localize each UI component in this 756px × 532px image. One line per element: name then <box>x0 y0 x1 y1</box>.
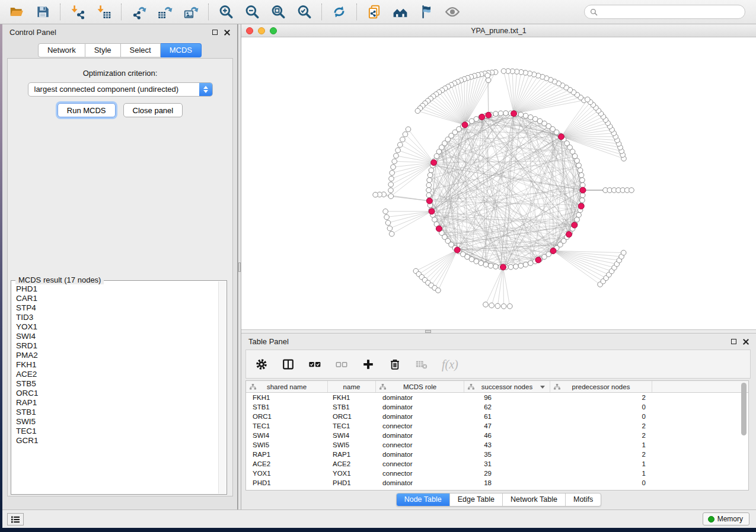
network-node[interactable] <box>486 78 491 83</box>
network-hub-node[interactable] <box>479 114 485 120</box>
result-list-item[interactable]: PHD1 <box>12 284 218 294</box>
result-list-item[interactable]: RAP1 <box>12 398 218 408</box>
import-network-button[interactable] <box>67 3 88 21</box>
network-hub-node[interactable] <box>436 226 442 232</box>
tab-node-table[interactable]: Node Table <box>397 493 449 506</box>
search-input[interactable] <box>601 8 739 16</box>
network-node[interactable] <box>580 198 585 203</box>
network-node[interactable] <box>400 137 406 142</box>
network-node[interactable] <box>483 262 489 267</box>
network-node[interactable] <box>389 232 394 237</box>
network-node[interactable] <box>474 117 479 122</box>
result-list-item[interactable]: STB1 <box>12 408 218 417</box>
network-node[interactable] <box>493 111 499 117</box>
gear-icon[interactable] <box>255 358 268 371</box>
network-node[interactable] <box>576 213 582 218</box>
result-list-item[interactable]: PMA2 <box>12 351 218 360</box>
network-node[interactable] <box>621 250 626 255</box>
network-node[interactable] <box>528 115 534 120</box>
column-header-shared-name[interactable]: shared name <box>246 381 328 392</box>
network-node[interactable] <box>391 165 396 170</box>
column-header-successor-nodes[interactable]: successor nodes <box>464 381 550 392</box>
tab-motifs[interactable]: Motifs <box>565 493 601 506</box>
network-hub-node[interactable] <box>535 257 541 263</box>
float-panel-icon[interactable] <box>212 30 218 35</box>
network-hub-node[interactable] <box>511 111 517 117</box>
network-node[interactable] <box>537 118 543 124</box>
result-list-item[interactable]: CAR1 <box>12 294 218 303</box>
export-table-button[interactable] <box>154 3 176 21</box>
network-node[interactable] <box>395 148 401 153</box>
show-eye-button[interactable] <box>442 3 463 21</box>
network-node[interactable] <box>523 262 528 267</box>
network-node[interactable] <box>426 182 432 188</box>
column-header-predecessor-nodes[interactable]: predecessor nodes <box>550 381 652 392</box>
deselect-all-icon[interactable] <box>335 358 348 371</box>
export-network-button[interactable] <box>128 3 149 21</box>
network-node[interactable] <box>403 132 408 137</box>
network-hub-node[interactable] <box>566 232 572 238</box>
zoom-in-button[interactable] <box>215 3 237 21</box>
network-node[interactable] <box>392 159 397 164</box>
network-node[interactable] <box>388 194 394 199</box>
network-hub-node[interactable] <box>431 159 437 165</box>
refresh-button[interactable] <box>328 3 350 21</box>
network-node[interactable] <box>501 69 506 74</box>
network-node[interactable] <box>576 163 582 168</box>
network-node[interactable] <box>528 261 534 266</box>
network-node[interactable] <box>373 192 378 197</box>
network-node[interactable] <box>406 127 411 132</box>
horizontal-splitter[interactable] <box>241 329 756 334</box>
split-columns-icon[interactable] <box>282 358 295 371</box>
network-node[interactable] <box>508 304 513 309</box>
network-node[interactable] <box>436 288 441 293</box>
network-canvas[interactable] <box>241 37 756 329</box>
network-node[interactable] <box>388 182 394 187</box>
network-node[interactable] <box>580 178 585 183</box>
network-node[interactable] <box>493 264 499 270</box>
table-row[interactable]: YOX1YOX1connector291 <box>246 469 748 478</box>
network-node[interactable] <box>503 111 509 116</box>
network-node[interactable] <box>398 142 403 148</box>
zoom-out-button[interactable] <box>241 3 263 21</box>
close-panel-button[interactable]: Close panel <box>123 103 183 117</box>
network-node[interactable] <box>474 259 479 264</box>
network-node[interactable] <box>513 264 519 270</box>
open-file-button[interactable] <box>6 3 27 21</box>
optimization-criterion-select[interactable]: largest connected component (undirected) <box>28 82 213 97</box>
hide-flag-button[interactable] <box>416 3 437 21</box>
save-button[interactable] <box>32 3 53 21</box>
sort-chevron-icon[interactable] <box>540 386 545 389</box>
network-hub-node[interactable] <box>572 222 578 228</box>
tab-select[interactable]: Select <box>121 43 161 57</box>
zoom-selected-button[interactable] <box>294 3 315 21</box>
tab-edge-table[interactable]: Edge Table <box>449 493 502 506</box>
network-node[interactable] <box>428 172 433 178</box>
network-hub-node[interactable] <box>426 198 432 204</box>
export-image-button[interactable] <box>180 3 202 21</box>
close-panel-icon[interactable] <box>743 339 749 345</box>
network-node[interactable] <box>429 168 434 173</box>
result-list-item[interactable]: YOX1 <box>12 322 218 332</box>
network-node[interactable] <box>518 112 524 117</box>
table-row[interactable]: RAP1RAP1dominator352 <box>246 450 748 459</box>
tab-mcds[interactable]: MCDS <box>161 43 202 57</box>
tab-network[interactable]: Network <box>38 43 85 57</box>
network-node[interactable] <box>426 193 432 198</box>
network-hub-node[interactable] <box>550 248 556 254</box>
network-node[interactable] <box>394 153 399 159</box>
network-node[interactable] <box>485 73 490 78</box>
result-list-item[interactable]: STB5 <box>12 379 218 389</box>
result-list-item[interactable]: TEC1 <box>12 427 218 436</box>
network-node[interactable] <box>629 188 634 193</box>
network-hub-node[interactable] <box>500 264 506 270</box>
table-row[interactable]: STB1STB1dominator620 <box>246 402 748 412</box>
result-list-item[interactable]: GCR1 <box>12 436 218 446</box>
result-list-item[interactable]: ACE2 <box>12 370 218 379</box>
result-list-item[interactable]: SWI4 <box>12 332 218 341</box>
network-hub-node[interactable] <box>486 112 492 118</box>
network-hub-node[interactable] <box>429 209 435 214</box>
network-node[interactable] <box>501 304 506 309</box>
network-node[interactable] <box>385 220 391 226</box>
network-node[interactable] <box>415 108 420 114</box>
